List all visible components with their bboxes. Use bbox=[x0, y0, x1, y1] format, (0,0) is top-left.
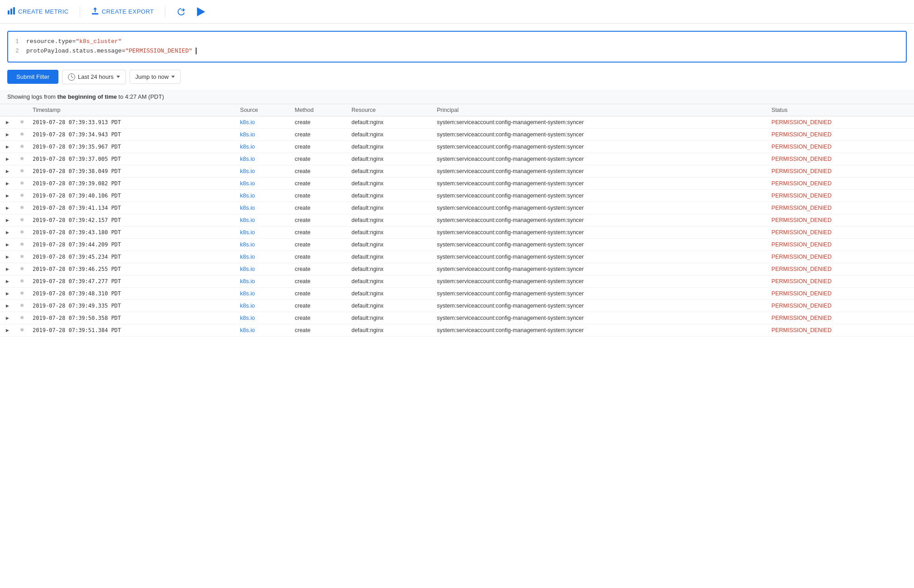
expand-row-icon[interactable] bbox=[4, 278, 11, 285]
cell-principal: system:serviceaccount:config-management-… bbox=[433, 324, 768, 336]
col-method: Method bbox=[291, 104, 348, 116]
cell-resource: default:nginx bbox=[348, 140, 433, 153]
pin-row-icon[interactable]: ✱ bbox=[18, 327, 25, 334]
pin-row-icon[interactable]: ✱ bbox=[18, 253, 25, 260]
pin-row-icon[interactable]: ✱ bbox=[18, 131, 25, 138]
cell-timestamp: 2019-07-28 07:39:48.310 PDT bbox=[29, 287, 236, 299]
toolbar-separator-2 bbox=[165, 6, 165, 17]
pin-row-icon[interactable]: ✱ bbox=[18, 143, 25, 150]
pin-row-icon[interactable]: ✱ bbox=[18, 290, 25, 297]
pin-row-icon[interactable]: ✱ bbox=[18, 155, 25, 163]
cell-method: create bbox=[291, 202, 348, 214]
table-row[interactable]: ✱2019-07-28 07:39:37.005 PDTk8s.iocreate… bbox=[0, 153, 914, 165]
jump-to-now-button[interactable]: Jump to now bbox=[130, 70, 181, 84]
cell-principal: system:serviceaccount:config-management-… bbox=[433, 226, 768, 238]
table-row[interactable]: ✱2019-07-28 07:39:45.234 PDTk8s.iocreate… bbox=[0, 251, 914, 263]
table-row[interactable]: ✱2019-07-28 07:39:35.967 PDTk8s.iocreate… bbox=[0, 140, 914, 153]
expand-row-icon[interactable] bbox=[4, 217, 11, 224]
jump-to-now-label: Jump to now bbox=[135, 73, 169, 80]
cell-resource: default:nginx bbox=[348, 189, 433, 202]
time-range-button[interactable]: Last 24 hours bbox=[62, 70, 126, 84]
col-timestamp: Timestamp bbox=[29, 104, 236, 116]
cell-timestamp: 2019-07-28 07:39:35.967 PDT bbox=[29, 140, 236, 153]
expand-row-icon[interactable] bbox=[4, 119, 11, 126]
cell-timestamp: 2019-07-28 07:39:46.255 PDT bbox=[29, 263, 236, 275]
cell-timestamp: 2019-07-28 07:39:51.384 PDT bbox=[29, 324, 236, 336]
expand-row-icon[interactable] bbox=[4, 168, 11, 175]
table-row[interactable]: ✱2019-07-28 07:39:41.134 PDTk8s.iocreate… bbox=[0, 202, 914, 214]
expand-row-icon[interactable] bbox=[4, 314, 11, 322]
expand-row-icon[interactable] bbox=[4, 241, 11, 248]
cell-source: k8s.io bbox=[236, 153, 291, 165]
cell-principal: system:serviceaccount:config-management-… bbox=[433, 263, 768, 275]
table-row[interactable]: ✱2019-07-28 07:39:38.049 PDTk8s.iocreate… bbox=[0, 165, 914, 177]
cell-principal: system:serviceaccount:config-management-… bbox=[433, 275, 768, 287]
create-export-button[interactable]: CREATE EXPORT bbox=[91, 7, 154, 16]
expand-row-icon[interactable] bbox=[4, 180, 11, 187]
cell-method: create bbox=[291, 116, 348, 128]
query-line-1-text: resource.type="k8s_cluster" bbox=[26, 37, 122, 47]
cell-source: k8s.io bbox=[236, 287, 291, 299]
table-row[interactable]: ✱2019-07-28 07:39:50.358 PDTk8s.iocreate… bbox=[0, 312, 914, 324]
cell-resource: default:nginx bbox=[348, 116, 433, 128]
pin-row-icon[interactable]: ✱ bbox=[18, 204, 25, 212]
table-row[interactable]: ✱2019-07-28 07:39:39.082 PDTk8s.iocreate… bbox=[0, 177, 914, 189]
table-row[interactable]: ✱2019-07-28 07:39:44.209 PDTk8s.iocreate… bbox=[0, 238, 914, 251]
expand-row-icon[interactable] bbox=[4, 290, 11, 297]
pin-row-icon[interactable]: ✱ bbox=[18, 168, 25, 175]
cell-principal: system:serviceaccount:config-management-… bbox=[433, 128, 768, 140]
expand-row-icon[interactable] bbox=[4, 143, 11, 150]
cell-status: PERMISSION_DENIED bbox=[768, 275, 914, 287]
expand-row-icon[interactable] bbox=[4, 327, 11, 334]
toolbar: CREATE METRIC CREATE EXPORT bbox=[0, 0, 914, 24]
pin-row-icon[interactable]: ✱ bbox=[18, 278, 25, 285]
cell-status: PERMISSION_DENIED bbox=[768, 140, 914, 153]
table-row[interactable]: ✱2019-07-28 07:39:42.157 PDTk8s.iocreate… bbox=[0, 214, 914, 226]
table-row[interactable]: ✱2019-07-28 07:39:51.384 PDTk8s.iocreate… bbox=[0, 324, 914, 336]
create-metric-button[interactable]: CREATE METRIC bbox=[7, 7, 69, 16]
pin-row-icon[interactable]: ✱ bbox=[18, 241, 25, 248]
pin-row-icon[interactable]: ✱ bbox=[18, 314, 25, 322]
submit-filter-button[interactable]: Submit Filter bbox=[7, 70, 58, 84]
cell-timestamp: 2019-07-28 07:39:37.005 PDT bbox=[29, 153, 236, 165]
cell-source: k8s.io bbox=[236, 299, 291, 312]
table-row[interactable]: ✱2019-07-28 07:39:40.106 PDTk8s.iocreate… bbox=[0, 189, 914, 202]
refresh-button[interactable] bbox=[176, 7, 186, 17]
svg-rect-1 bbox=[10, 9, 12, 14]
pin-row-icon[interactable]: ✱ bbox=[18, 302, 25, 309]
expand-row-icon[interactable] bbox=[4, 155, 11, 163]
table-row[interactable]: ✱2019-07-28 07:39:48.310 PDTk8s.iocreate… bbox=[0, 287, 914, 299]
col-status: Status bbox=[768, 104, 914, 116]
table-row[interactable]: ✱2019-07-28 07:39:34.943 PDTk8s.iocreate… bbox=[0, 128, 914, 140]
table-row[interactable]: ✱2019-07-28 07:39:46.255 PDTk8s.iocreate… bbox=[0, 263, 914, 275]
expand-row-icon[interactable] bbox=[4, 229, 11, 236]
pin-row-icon[interactable]: ✱ bbox=[18, 180, 25, 187]
cell-method: create bbox=[291, 189, 348, 202]
pin-row-icon[interactable]: ✱ bbox=[18, 217, 25, 224]
cell-principal: system:serviceaccount:config-management-… bbox=[433, 153, 768, 165]
log-table: Timestamp Source Method Resource Princip… bbox=[0, 104, 914, 337]
cell-source: k8s.io bbox=[236, 128, 291, 140]
expand-row-icon[interactable] bbox=[4, 204, 11, 212]
table-row[interactable]: ✱2019-07-28 07:39:33.913 PDTk8s.iocreate… bbox=[0, 116, 914, 128]
play-button[interactable] bbox=[197, 7, 205, 16]
cell-resource: default:nginx bbox=[348, 251, 433, 263]
query-editor[interactable]: 1 resource.type="k8s_cluster" 2 protoPay… bbox=[7, 31, 907, 63]
pin-row-icon[interactable]: ✱ bbox=[18, 265, 25, 273]
cell-status: PERMISSION_DENIED bbox=[768, 324, 914, 336]
expand-row-icon[interactable] bbox=[4, 302, 11, 309]
pin-row-icon[interactable]: ✱ bbox=[18, 229, 25, 236]
table-row[interactable]: ✱2019-07-28 07:39:49.335 PDTk8s.iocreate… bbox=[0, 299, 914, 312]
expand-row-icon[interactable] bbox=[4, 192, 11, 199]
expand-row-icon[interactable] bbox=[4, 265, 11, 273]
cell-timestamp: 2019-07-28 07:39:43.180 PDT bbox=[29, 226, 236, 238]
pin-row-icon[interactable]: ✱ bbox=[18, 119, 25, 126]
cell-resource: default:nginx bbox=[348, 165, 433, 177]
table-row[interactable]: ✱2019-07-28 07:39:47.277 PDTk8s.iocreate… bbox=[0, 275, 914, 287]
expand-row-icon[interactable] bbox=[4, 253, 11, 260]
expand-row-icon[interactable] bbox=[4, 131, 11, 138]
cell-timestamp: 2019-07-28 07:39:38.049 PDT bbox=[29, 165, 236, 177]
table-row[interactable]: ✱2019-07-28 07:39:43.180 PDTk8s.iocreate… bbox=[0, 226, 914, 238]
cell-resource: default:nginx bbox=[348, 287, 433, 299]
pin-row-icon[interactable]: ✱ bbox=[18, 192, 25, 199]
